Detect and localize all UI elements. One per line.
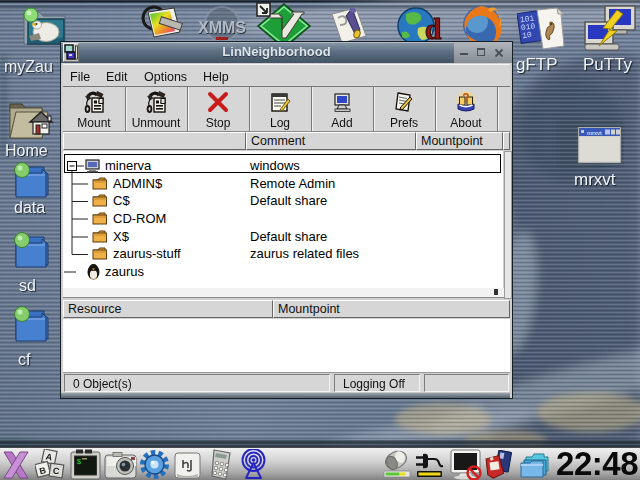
svg-text:10: 10 [522,30,533,40]
svg-text:XMMS: XMMS [198,19,246,36]
svg-text:mrxvt: mrxvt [587,130,602,136]
svg-text:?: ? [462,91,469,105]
svg-text:$: $ [77,457,82,466]
